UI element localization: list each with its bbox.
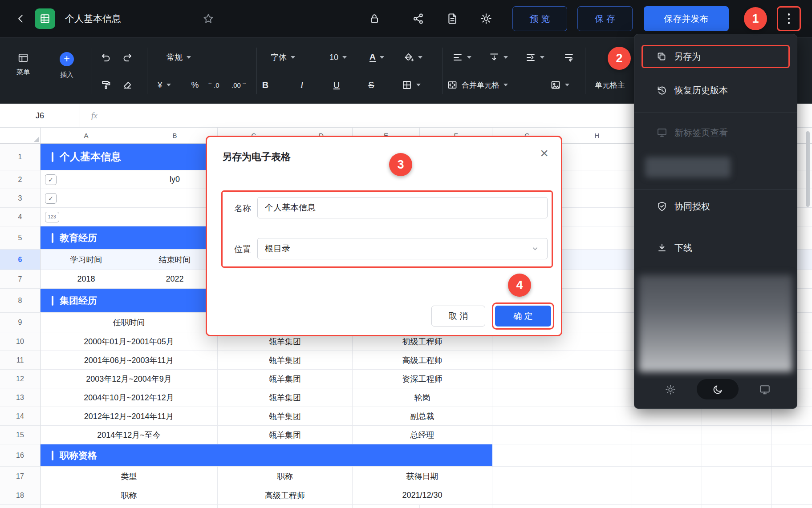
row-header[interactable]: 14 [0, 407, 41, 426]
close-icon[interactable]: × [540, 146, 548, 160]
cell[interactable]: 职称 [218, 467, 353, 486]
cell[interactable] [353, 505, 420, 508]
more-options-icon[interactable] [782, 11, 796, 26]
cell[interactable] [702, 407, 772, 426]
menu-item-collab-auth[interactable]: 协同授权 [641, 195, 790, 218]
cell[interactable] [702, 426, 772, 444]
cell[interactable]: 轮岗 [353, 388, 492, 407]
cell[interactable]: 瓴羊集团 [218, 351, 353, 370]
vertical-scrollbar[interactable] [806, 131, 810, 500]
cell[interactable]: 2014年12月~至今 [41, 426, 218, 444]
scrollbar-thumb[interactable] [806, 131, 810, 207]
column-header[interactable]: B [132, 128, 218, 144]
undo-button[interactable] [98, 48, 114, 67]
cell[interactable] [562, 370, 632, 388]
cell[interactable]: 总经理 [353, 426, 492, 444]
cell[interactable]: 2018 [41, 270, 132, 289]
row-header[interactable]: 5 [0, 226, 41, 250]
row-header[interactable]: 2 [0, 170, 41, 189]
column-header[interactable]: A [41, 128, 132, 144]
currency-dropdown[interactable]: ¥ [158, 75, 171, 95]
row-header[interactable]: 1 [0, 144, 41, 170]
menu-item-restore-history[interactable]: 恢复历史版本 [641, 79, 790, 102]
cell[interactable]: 123 [41, 208, 132, 226]
cell[interactable] [132, 505, 218, 508]
strikethrough-button[interactable]: S [363, 75, 379, 95]
italic-button[interactable]: I [294, 75, 310, 95]
fx-icon[interactable]: fx [91, 104, 97, 128]
column-header[interactable]: H [562, 128, 632, 144]
cell[interactable]: 职称资格 [41, 444, 492, 467]
row-header[interactable]: 18 [0, 486, 41, 505]
cell[interactable]: 2003年12月~2004年9月 [41, 370, 218, 388]
cell[interactable] [562, 270, 632, 289]
wrap-text-button[interactable] [561, 48, 577, 67]
cell[interactable] [492, 426, 562, 444]
cell[interactable] [562, 144, 632, 170]
cell[interactable] [562, 351, 632, 370]
cell[interactable] [562, 388, 632, 407]
cell[interactable] [562, 189, 632, 208]
image-dropdown[interactable] [550, 75, 569, 95]
cell[interactable] [492, 388, 562, 407]
cell[interactable]: 2001年06月~2003年11月 [41, 351, 218, 370]
align-dropdown[interactable] [452, 48, 471, 67]
cell[interactable] [562, 505, 632, 508]
cell[interactable] [492, 444, 562, 467]
font-dropdown[interactable]: 字体 [271, 48, 295, 67]
cell[interactable]: ✓ [41, 170, 132, 189]
cell[interactable]: 高级工程师 [218, 486, 353, 505]
cell[interactable] [632, 486, 702, 505]
percent-button[interactable]: % [187, 75, 203, 95]
row-header[interactable]: 16 [0, 444, 41, 467]
bold-button[interactable]: B [257, 75, 273, 95]
cell[interactable] [492, 407, 562, 426]
cell[interactable] [632, 444, 702, 467]
decrease-decimal-button[interactable]: ←.0 [207, 75, 219, 95]
sun-icon[interactable] [665, 384, 676, 395]
borders-dropdown[interactable] [402, 75, 421, 95]
row-header[interactable]: 13 [0, 388, 41, 407]
vertical-align-dropdown[interactable] [489, 48, 508, 67]
cell[interactable] [562, 226, 632, 250]
cell[interactable]: 资深工程师 [353, 370, 492, 388]
cancel-button[interactable]: 取 消 [431, 306, 485, 327]
row-header[interactable]: 12 [0, 370, 41, 388]
cell[interactable] [562, 407, 632, 426]
name-input[interactable] [257, 197, 548, 218]
indent-dropdown[interactable] [525, 48, 544, 67]
row-header[interactable]: 9 [0, 313, 41, 332]
row-header[interactable]: 4 [0, 208, 41, 226]
back-icon[interactable] [15, 13, 27, 24]
cell[interactable]: 2000年01月~2001年05月 [41, 332, 218, 351]
cell[interactable] [702, 486, 772, 505]
cell[interactable]: 任职时间 [41, 313, 218, 332]
cell[interactable]: 瓴羊集团 [218, 388, 353, 407]
cell[interactable] [702, 467, 772, 486]
fill-color-dropdown[interactable] [403, 48, 422, 67]
merge-cells-dropdown[interactable]: 合并单元格 [447, 75, 508, 95]
cell[interactable] [702, 444, 772, 467]
cell[interactable]: 学习时间 [41, 250, 132, 270]
cell[interactable]: 瓴羊集团 [218, 370, 353, 388]
cell[interactable]: 副总裁 [353, 407, 492, 426]
redo-button[interactable] [119, 48, 135, 67]
cell[interactable] [632, 426, 702, 444]
row-header[interactable]: 11 [0, 351, 41, 370]
cell[interactable] [492, 486, 562, 505]
cell[interactable] [132, 189, 218, 208]
cell[interactable] [772, 505, 812, 508]
cell[interactable]: 2012年12月~2014年11月 [41, 407, 218, 426]
cell[interactable]: 2022 [132, 270, 218, 289]
font-color-dropdown[interactable]: A [369, 48, 384, 67]
menu-item-save-as[interactable]: 另存为 [641, 45, 790, 68]
cell[interactable]: 职称 [41, 486, 218, 505]
cell[interactable] [632, 467, 702, 486]
clear-format-button[interactable] [119, 75, 135, 95]
cell[interactable] [218, 505, 290, 508]
cell-reference-box[interactable]: J6 [0, 104, 80, 128]
cell[interactable] [420, 505, 492, 508]
save-publish-button[interactable]: 保存并发布 [644, 6, 729, 31]
cell[interactable] [562, 467, 632, 486]
cell[interactable]: ✓ [41, 189, 132, 208]
